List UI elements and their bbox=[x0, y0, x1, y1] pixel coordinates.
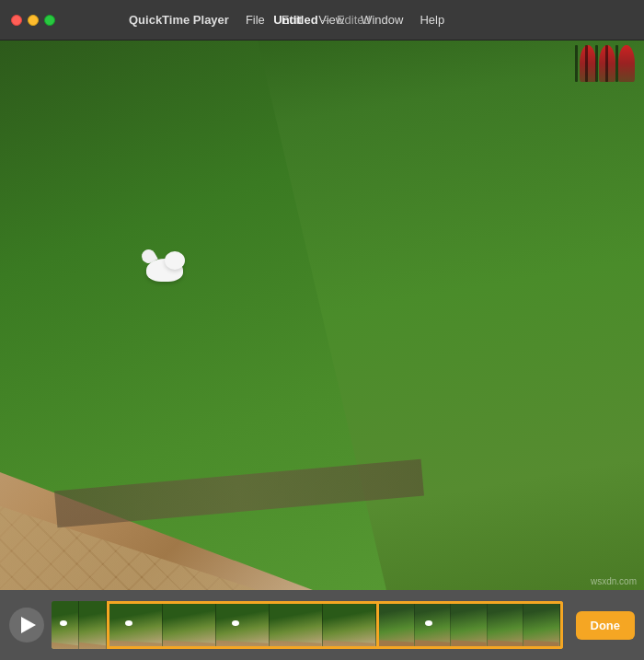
menu-help[interactable]: Help bbox=[412, 11, 452, 29]
timeline-container[interactable] bbox=[52, 599, 563, 651]
frame-r3 bbox=[451, 604, 487, 646]
done-button[interactable]: Done bbox=[576, 611, 636, 640]
timeline-segment-selected[interactable] bbox=[107, 601, 379, 649]
frame-r5 bbox=[523, 604, 559, 646]
frame-2 bbox=[79, 601, 107, 649]
timeline-segment-1[interactable] bbox=[52, 601, 107, 649]
traffic-lights bbox=[11, 15, 55, 26]
right-inner bbox=[379, 604, 560, 646]
frame-4 bbox=[163, 604, 216, 646]
frame-3 bbox=[109, 604, 163, 646]
title-bar: QuickTime Player File Edit View Window H… bbox=[0, 0, 644, 41]
frame-r2 bbox=[415, 604, 451, 646]
play-icon bbox=[21, 617, 36, 633]
patio-tiles bbox=[0, 351, 258, 590]
fence-bar-3 bbox=[595, 45, 598, 82]
frame-dog-r2 bbox=[425, 620, 432, 626]
frame-r1 bbox=[379, 604, 415, 646]
play-button[interactable] bbox=[9, 608, 44, 643]
maximize-button[interactable] bbox=[44, 15, 55, 26]
timeline-segment-right[interactable] bbox=[379, 601, 563, 649]
frame-dog-5 bbox=[232, 620, 239, 626]
video-area: wsxdn.com bbox=[0, 41, 644, 590]
fence-bar-2 bbox=[585, 45, 588, 82]
frame-dog-1 bbox=[60, 620, 67, 626]
menu-edit[interactable]: Edit bbox=[274, 11, 309, 29]
frame-6 bbox=[270, 604, 323, 646]
menu-window[interactable]: Window bbox=[353, 11, 410, 29]
dog bbox=[142, 249, 197, 291]
ground-strip bbox=[54, 459, 424, 528]
selected-inner bbox=[109, 604, 376, 646]
fence-bar-5 bbox=[615, 45, 618, 82]
video-scene: wsxdn.com bbox=[0, 41, 644, 590]
minimize-button[interactable] bbox=[28, 15, 39, 26]
frame-strip-1 bbox=[52, 601, 107, 649]
frame-strip-2 bbox=[109, 604, 376, 646]
controls-bar: Done bbox=[0, 590, 644, 660]
frame-7 bbox=[323, 604, 376, 646]
close-button[interactable] bbox=[11, 15, 22, 26]
frame-1 bbox=[52, 601, 79, 649]
menu-view[interactable]: View bbox=[311, 11, 351, 29]
fence bbox=[570, 41, 644, 87]
frame-5 bbox=[216, 604, 270, 646]
app-name: QuickTime Player bbox=[129, 13, 229, 27]
patio-area bbox=[0, 295, 313, 590]
dog-head bbox=[165, 251, 185, 270]
fence-bar-1 bbox=[575, 45, 578, 82]
fence-bar-4 bbox=[605, 45, 608, 82]
menu-file[interactable]: File bbox=[238, 11, 272, 29]
menu-items: File Edit View Window Help bbox=[238, 11, 452, 29]
timeline-track[interactable] bbox=[52, 601, 563, 649]
frame-r4 bbox=[488, 604, 523, 646]
menu-bar: QuickTime Player File Edit View Window H… bbox=[0, 0, 644, 40]
frame-dog-3 bbox=[125, 620, 132, 626]
